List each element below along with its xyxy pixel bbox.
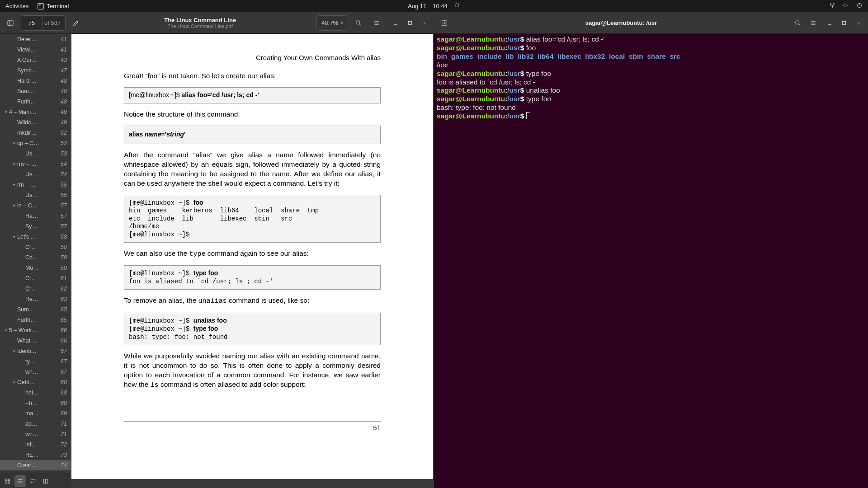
outline-item[interactable]: ▾cp – C…52 — [0, 138, 71, 148]
outline-item[interactable]: Furth…48 — [0, 96, 71, 107]
outline-item[interactable]: Re…63 — [0, 294, 71, 304]
outline-item[interactable]: Creat…74 — [0, 460, 71, 470]
view-annotations-button[interactable] — [27, 475, 39, 487]
pdf-title: The Linux Command Line The Linux Command… — [86, 17, 314, 29]
view-thumbnails-button[interactable] — [2, 475, 14, 487]
outline-item[interactable]: ▾mv – …54 — [0, 159, 71, 169]
outline-item[interactable]: A Gui…43 — [0, 55, 71, 65]
terminal-output[interactable]: sagar@Learnubuntu:/usr$ alias foo='cd /u… — [434, 34, 868, 488]
outline-item[interactable]: wh…67 — [0, 366, 71, 377]
topbar-app[interactable]: Terminal — [38, 3, 69, 9]
outline-item[interactable]: Mo…59 — [0, 263, 71, 273]
zoom-dropdown[interactable]: 48.7% ▾ — [316, 15, 348, 31]
activities-button[interactable]: Activities — [5, 3, 28, 9]
outline-item[interactable]: ▾4 – Mani…49 — [0, 107, 71, 117]
terminal-search-button[interactable] — [790, 15, 806, 31]
outline-item[interactable]: Cr…61 — [0, 273, 71, 283]
outline-item[interactable]: inf…72 — [0, 439, 71, 450]
outline-item[interactable]: Sum…65 — [0, 304, 71, 314]
outline-item[interactable]: Ha…57 — [0, 211, 71, 221]
code-block: [me@linuxbox ~]$ foo bin games kerberos … — [124, 195, 381, 243]
terminal-menu-button[interactable] — [806, 15, 821, 31]
terminal-minimize-button[interactable] — [823, 16, 836, 30]
menu-button[interactable] — [369, 15, 384, 31]
outline-item[interactable]: Sum…48 — [0, 86, 71, 96]
outline-item[interactable]: ▾Identi…67 — [0, 346, 71, 356]
new-tab-button[interactable] — [437, 15, 452, 31]
maximize-button[interactable] — [403, 16, 417, 30]
network-icon[interactable] — [829, 2, 835, 10]
terminal-maximize-button[interactable] — [837, 16, 851, 30]
outline-item[interactable]: --h…69 — [0, 398, 71, 408]
terminal-title: sagar@Learnubuntu: /usr — [452, 19, 790, 26]
topbar-date[interactable]: Aug 11 — [408, 3, 426, 9]
svg-point-1 — [833, 3, 834, 4]
topbar-time[interactable]: 10:44 — [433, 3, 448, 9]
minimize-button[interactable] — [389, 16, 402, 30]
outline-item[interactable]: wh…71 — [0, 429, 71, 439]
outline-item[interactable]: ▾rm – …55 — [0, 179, 71, 190]
annotate-button[interactable] — [68, 15, 84, 31]
outline-item[interactable]: ty…67 — [0, 356, 71, 366]
close-button[interactable] — [418, 16, 431, 30]
pdf-viewer-window: of 537 The Linux Command Line The Linux … — [0, 12, 434, 488]
svg-rect-15 — [46, 479, 48, 483]
chevron-down-icon: ▾ — [341, 21, 343, 25]
outline-item[interactable]: Wildc…49 — [0, 117, 71, 127]
outline-item[interactable]: Us…53 — [0, 148, 71, 159]
outline-footer — [0, 474, 71, 488]
svg-point-17 — [796, 20, 799, 24]
search-button[interactable] — [351, 15, 366, 31]
pdf-page-area[interactable]: Creating Your Own Commands With alias Gr… — [71, 34, 434, 488]
page-number-control: of 537 — [21, 15, 66, 31]
terminal-window: sagar@Learnubuntu: /usr sagar@Learnubunt… — [434, 12, 868, 488]
terminal-close-button[interactable] — [852, 16, 865, 30]
svg-rect-7 — [5, 479, 7, 481]
outline-item[interactable]: Cr…62 — [0, 283, 71, 294]
outline-item[interactable]: ▾5 – Work…66 — [0, 325, 71, 335]
svg-rect-18 — [843, 21, 846, 24]
svg-rect-14 — [43, 479, 45, 483]
gnome-topbar: Activities Terminal Aug 11 10:44 — [0, 0, 868, 12]
page-number-input[interactable] — [21, 16, 42, 30]
outline-item[interactable]: mkdir…52 — [0, 127, 71, 138]
outline-item[interactable]: Cr…58 — [0, 242, 71, 252]
outline-item[interactable]: ▾ln – C…57 — [0, 200, 71, 211]
sidebar-toggle-button[interactable] — [3, 15, 18, 31]
paragraph: Great! “foo” is not taken. So let's crea… — [124, 71, 381, 81]
outline-item[interactable]: ▾Let's …58 — [0, 231, 71, 242]
code-block: [me@linuxbox ~]$ type foo foo is aliased… — [124, 265, 381, 290]
notifications-icon[interactable] — [454, 2, 460, 10]
outline-list[interactable]: Deter…41Viewi…41A Gui…43Symb…47Hard …48S… — [0, 34, 71, 474]
outline-item[interactable]: Us…54 — [0, 169, 71, 179]
svg-rect-6 — [409, 21, 412, 24]
terminal-icon — [38, 3, 44, 9]
svg-rect-8 — [8, 479, 10, 481]
outline-item[interactable]: Deter…41 — [0, 34, 71, 44]
outline-panel: Deter…41Viewi…41A Gui…43Symb…47Hard …48S… — [0, 34, 71, 488]
page-footer: 51 — [124, 422, 381, 432]
outline-item[interactable]: ▾Getti…68 — [0, 377, 71, 387]
outline-item[interactable]: Symb…47 — [0, 65, 71, 75]
outline-item[interactable]: hel…68 — [0, 387, 71, 398]
outline-item[interactable]: Hard …48 — [0, 75, 71, 86]
view-outline-button[interactable] — [14, 475, 26, 487]
outline-item[interactable]: ap…71 — [0, 418, 71, 429]
outline-item[interactable]: Furth…65 — [0, 314, 71, 325]
volume-icon[interactable] — [843, 2, 849, 10]
power-icon[interactable] — [856, 2, 863, 10]
outline-item[interactable]: Sy…57 — [0, 221, 71, 231]
svg-point-2 — [832, 6, 833, 7]
outline-item[interactable]: What …66 — [0, 335, 71, 346]
paragraph: After the command “alias” we give alias … — [124, 150, 381, 188]
outline-item[interactable]: ma…69 — [0, 408, 71, 418]
outline-item[interactable]: Co…58 — [0, 252, 71, 263]
outline-item[interactable]: RE…73 — [0, 450, 71, 460]
outline-item[interactable]: Us…55 — [0, 190, 71, 200]
svg-rect-9 — [5, 482, 7, 483]
outline-item[interactable]: Viewi…41 — [0, 44, 71, 55]
paragraph: Notice the structure of this command: — [124, 110, 381, 119]
paragraph: We can also use the type command again t… — [124, 249, 381, 259]
view-bookmarks-button[interactable] — [40, 475, 52, 487]
svg-rect-4 — [8, 20, 13, 25]
